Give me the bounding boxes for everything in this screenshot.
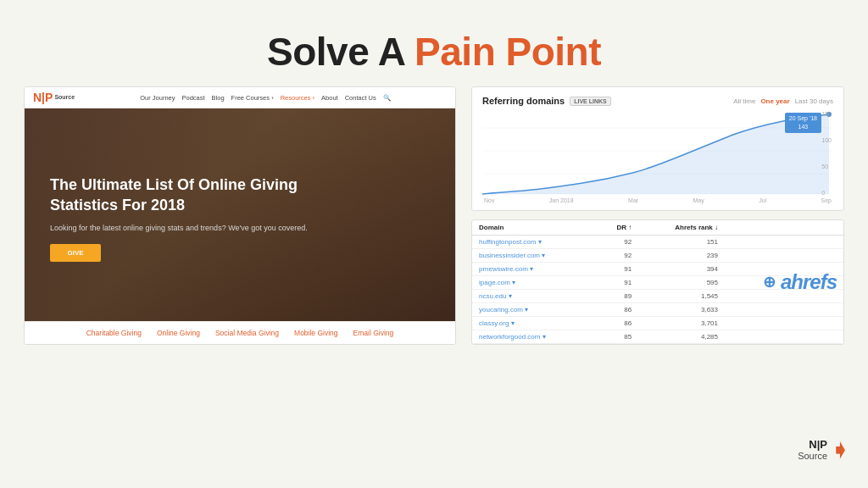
cell-domain[interactable]: ipage.com ▾ <box>472 276 595 290</box>
site-logo: N|P Source <box>33 92 75 103</box>
footer-logo-text-line1: N|P <box>798 439 827 451</box>
tag-online[interactable]: Online Giving <box>157 329 200 337</box>
cell-domain[interactable]: prnewswire.com ▾ <box>472 263 595 276</box>
np-source-logo-bottom: N|P Source ➧ <box>798 439 849 461</box>
cell-domain[interactable]: ncsu.edu ▾ <box>472 290 595 303</box>
cell-domain[interactable]: networkforgood.com ▾ <box>472 330 595 344</box>
cell-dr: 92 <box>595 236 639 249</box>
table-row: youcaring.com ▾ 86 3,633 <box>472 303 843 317</box>
cell-domain[interactable]: huffingtonpost.com ▾ <box>472 236 595 249</box>
cell-rank: 239 <box>638 249 725 263</box>
line-chart <box>482 111 833 196</box>
chart-title: Referring domains <box>482 96 565 106</box>
table-row: classy.org ▾ 86 3,701 <box>472 317 843 330</box>
footer-logo-icon: ➧ <box>831 439 849 461</box>
hero-subtitle: Looking for the latest online giving sta… <box>50 224 321 232</box>
chart-box: Referring domains LIVE LINKS All time On… <box>471 86 844 211</box>
tag-email[interactable]: Email Giving <box>353 329 394 337</box>
tag-charitable[interactable]: Charitable Giving <box>86 329 142 337</box>
cell-dr: 86 <box>595 303 639 317</box>
filter-alltime[interactable]: All time <box>733 97 755 105</box>
filter-oneyear[interactable]: One year <box>760 97 789 105</box>
cell-dr: 89 <box>595 290 639 303</box>
chart-panel: Referring domains LIVE LINKS All time On… <box>471 86 844 345</box>
cell-dr: 91 <box>595 263 639 276</box>
site-hero: The Ultimate List Of Online Giving Stati… <box>25 108 455 321</box>
cell-dr: 91 <box>595 276 639 290</box>
cell-rank: 1,545 <box>638 290 725 303</box>
cell-dr: 86 <box>595 317 639 330</box>
tooltip-date: 20 Sep '18 <box>789 114 817 123</box>
y-axis-labels: 150 100 50 0 <box>821 111 832 196</box>
ahrefs-text: ahrefs <box>781 270 837 294</box>
tag-mobile[interactable]: Mobile Giving <box>294 329 338 337</box>
website-screenshot-panel: N|P Source Our Journey Podcast Blog Free… <box>24 86 456 345</box>
col-rank: Ahrefs rank ↓ <box>638 220 725 236</box>
hero-button[interactable]: GIVE <box>50 244 101 262</box>
ahrefs-icon: ⊕ <box>763 273 776 291</box>
col-dr: DR ↑ <box>595 220 639 236</box>
cell-domain[interactable]: youcaring.com ▾ <box>472 303 595 317</box>
ahrefs-logo: ⊕ ahrefs <box>763 270 837 294</box>
table-row: huffingtonpost.com ▾ 92 151 <box>472 236 843 249</box>
chart-tooltip: 20 Sep '18 143 <box>785 113 821 133</box>
live-badge: LIVE LINKS <box>570 97 611 106</box>
site-nav: N|P Source Our Journey Podcast Blog Free… <box>25 87 455 108</box>
table-row: networkforgood.com ▾ 85 4,285 <box>472 330 843 344</box>
cell-rank: 151 <box>638 236 725 249</box>
col-domain: Domain <box>472 220 595 236</box>
nav-links: Our Journey Podcast Blog Free Courses › … <box>84 94 447 102</box>
cell-rank: 394 <box>638 263 725 276</box>
logo-icon: N|P <box>33 92 53 103</box>
chart-svg-wrap: 20 Sep '18 143 150 100 50 0 <box>482 111 833 196</box>
cell-rank: 3,633 <box>638 303 725 317</box>
hero-title: The Ultimate List Of Online Giving Stati… <box>50 175 338 216</box>
x-axis-labels: Nov Jan 2018 Mar May Jul Sep <box>482 197 833 203</box>
cell-rank: 3,701 <box>638 317 725 330</box>
cell-rank: 595 <box>638 276 725 290</box>
page-title: Solve A Pain Point <box>267 30 601 74</box>
cell-rank: 4,285 <box>638 330 725 344</box>
filter-30days[interactable]: Last 30 days <box>795 97 833 105</box>
chart-header: Referring domains LIVE LINKS All time On… <box>482 96 833 106</box>
table-row: businessinsider.com ▾ 92 239 <box>472 249 843 263</box>
chart-title-row: Referring domains LIVE LINKS <box>482 96 611 106</box>
cell-dr: 92 <box>595 249 639 263</box>
site-tags: Charitable Giving Online Giving Social M… <box>25 321 455 344</box>
tag-social[interactable]: Social Media Giving <box>215 329 279 337</box>
cell-domain[interactable]: classy.org ▾ <box>472 317 595 330</box>
cell-domain[interactable]: businessinsider.com ▾ <box>472 249 595 263</box>
chart-time-filters: All time One year Last 30 days <box>733 97 833 105</box>
title-highlight: Pain Point <box>415 30 601 74</box>
referring-domains-table: Domain DR ↑ Ahrefs rank ↓ huffingtonpost… <box>471 219 844 345</box>
cell-dr: 85 <box>595 330 639 344</box>
tooltip-value: 143 <box>789 123 817 131</box>
footer-logo-text-line2: Source <box>798 451 827 461</box>
